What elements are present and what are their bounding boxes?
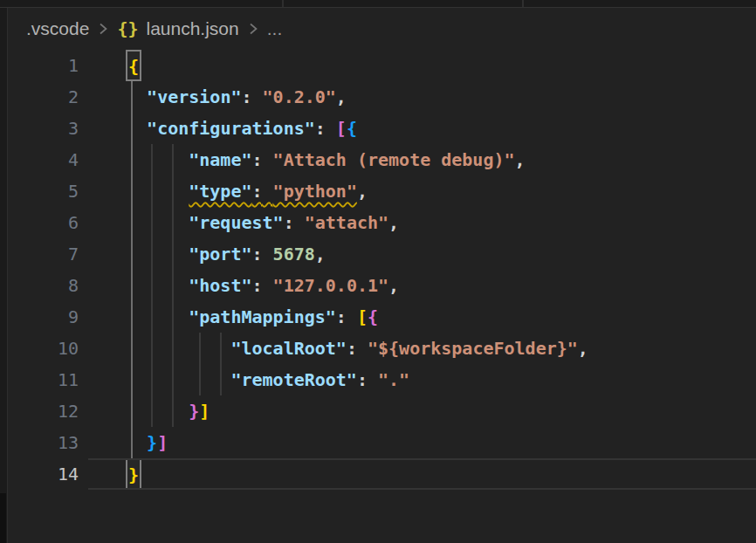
- code-token: "${workspaceFolder}": [368, 338, 578, 359]
- line-content[interactable]: }]: [88, 427, 756, 458]
- line-content[interactable]: "request": "attach",: [88, 207, 756, 238]
- code-line[interactable]: 5 "type": "python",: [8, 175, 756, 207]
- line-number[interactable]: 9: [8, 301, 88, 333]
- code-token: [126, 244, 189, 265]
- tab-bar-strip: [0, 0, 756, 8]
- code-token: "0.2.0": [263, 86, 336, 107]
- code-token: "request": [189, 212, 283, 233]
- code-line[interactable]: 4 "name": "Attach (remote debug)",: [8, 144, 756, 175]
- code-token: [126, 432, 147, 453]
- chevron-right-icon: [247, 21, 259, 37]
- tab-separator: [282, 0, 284, 7]
- chevron-right-icon: [97, 21, 109, 37]
- code-token: ,: [336, 86, 347, 107]
- line-number[interactable]: 6: [8, 207, 88, 238]
- code-token: :: [252, 181, 273, 202]
- code-token: [: [336, 118, 347, 139]
- breadcrumb-folder[interactable]: .vscode: [26, 18, 89, 39]
- code-token: :: [347, 338, 368, 359]
- code-line[interactable]: 6 "request": "attach",: [8, 207, 756, 238]
- code-token: :: [284, 212, 305, 233]
- code-token: [126, 86, 147, 107]
- code-line[interactable]: 7 "port": 5678,: [8, 238, 756, 270]
- code-token: ,: [357, 181, 368, 202]
- line-content[interactable]: "host": "127.0.0.1",: [88, 270, 756, 301]
- code-token: [126, 401, 189, 422]
- code-line[interactable]: 10 "localRoot": "${workspaceFolder}",: [8, 333, 756, 364]
- line-content[interactable]: "name": "Attach (remote debug)",: [88, 144, 756, 175]
- code-line[interactable]: 8 "host": "127.0.0.1",: [8, 270, 756, 301]
- panel-edge-rail-bottom: [0, 493, 6, 543]
- code-token: [126, 338, 230, 359]
- line-content[interactable]: "pathMappings": [{: [88, 301, 756, 333]
- line-number[interactable]: 5: [8, 175, 88, 207]
- line-number[interactable]: 12: [8, 395, 88, 427]
- code-token: [126, 118, 147, 139]
- code-token: {: [368, 306, 378, 327]
- line-number[interactable]: 8: [8, 270, 88, 301]
- code-token: }: [147, 432, 157, 453]
- code-line[interactable]: 11 "remoteRoot": ".": [8, 364, 756, 395]
- vscode-editor-window: .vscode {} launch.json ... 1{2 "version"…: [0, 0, 756, 543]
- code-token: ,: [578, 338, 588, 359]
- code-line[interactable]: 1{: [8, 50, 756, 81]
- line-content[interactable]: "version": "0.2.0",: [88, 81, 756, 113]
- code-token: "version": [147, 86, 241, 107]
- line-content[interactable]: }]: [88, 395, 756, 427]
- code-token: "remoteRoot": [230, 369, 357, 390]
- code-token: :: [252, 149, 273, 170]
- line-content[interactable]: "localRoot": "${workspaceFolder}",: [88, 333, 756, 364]
- code-token: "localRoot": [230, 338, 346, 359]
- code-token: "Attach (remote debug)": [273, 149, 515, 170]
- code-token: "configurations": [147, 118, 315, 139]
- code-token: ]: [199, 401, 210, 422]
- line-number[interactable]: 7: [8, 238, 88, 270]
- code-line[interactable]: 14}: [8, 458, 756, 490]
- breadcrumb-symbol-more[interactable]: ...: [267, 18, 283, 39]
- line-number[interactable]: 14: [8, 458, 88, 490]
- code-token: "type": [189, 181, 251, 202]
- warning-squiggle: "type": "python": [189, 181, 357, 202]
- line-number[interactable]: 3: [8, 113, 88, 144]
- code-token: "127.0.0.1": [273, 275, 388, 296]
- code-token: ]: [157, 432, 168, 453]
- line-content[interactable]: "configurations": [{: [88, 113, 756, 144]
- code-token: "attach": [305, 212, 388, 233]
- code-token: 5678: [273, 244, 315, 265]
- code-token: [126, 212, 189, 233]
- line-content[interactable]: "type": "python",: [88, 175, 756, 207]
- code-token: "host": [189, 275, 251, 296]
- code-token: :: [315, 118, 336, 139]
- code-editor[interactable]: 1{2 "version": "0.2.0",3 "configurations…: [8, 50, 756, 543]
- code-token: [126, 306, 189, 327]
- code-line[interactable]: 3 "configurations": [{: [8, 113, 756, 144]
- line-number[interactable]: 2: [8, 81, 88, 113]
- code-token: :: [241, 86, 262, 107]
- code-token: :: [336, 306, 357, 327]
- code-token: ,: [388, 212, 399, 233]
- code-token: [126, 275, 189, 296]
- panel-edge-rail: [0, 8, 8, 543]
- code-line[interactable]: 12 }]: [8, 395, 756, 427]
- line-content[interactable]: "port": 5678,: [88, 238, 756, 270]
- code-token: ".": [378, 369, 409, 390]
- code-token: :: [252, 275, 273, 296]
- breadcrumb-file[interactable]: launch.json: [146, 18, 238, 39]
- code-line[interactable]: 2 "version": "0.2.0",: [8, 81, 756, 113]
- code-line[interactable]: 13 }]: [8, 427, 756, 458]
- code-line[interactable]: 9 "pathMappings": [{: [8, 301, 756, 333]
- code-token: [: [357, 306, 368, 327]
- line-number[interactable]: 11: [8, 364, 88, 395]
- line-content[interactable]: {: [88, 50, 756, 81]
- line-number[interactable]: 10: [8, 333, 88, 364]
- matched-bracket: {: [126, 50, 141, 81]
- line-number[interactable]: 13: [8, 427, 88, 458]
- line-content[interactable]: "remoteRoot": ".": [88, 364, 756, 395]
- line-content[interactable]: }: [88, 458, 756, 490]
- tab-separator: [522, 0, 524, 7]
- code-token: :: [357, 369, 378, 390]
- code-token: ,: [315, 244, 326, 265]
- code-token: [126, 181, 189, 202]
- line-number[interactable]: 4: [8, 144, 88, 175]
- line-number[interactable]: 1: [8, 50, 88, 81]
